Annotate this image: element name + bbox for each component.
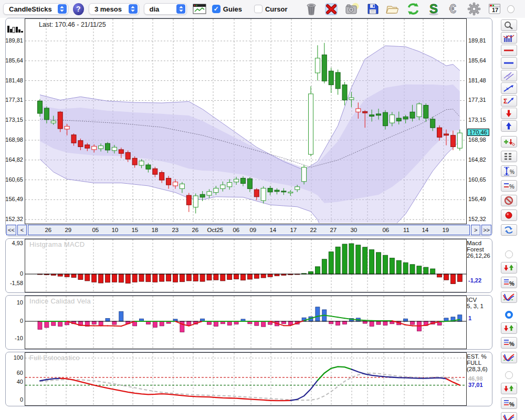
measure-percent-button[interactable]: % <box>501 165 517 177</box>
red-down-arrow-icon <box>502 109 515 118</box>
chart-column: 189,81185,64181,48177,31173,15168,98164,… <box>5 18 492 406</box>
channel-tool-button[interactable] <box>501 70 517 81</box>
delete-button[interactable] <box>324 1 340 17</box>
record-button[interactable] <box>501 209 517 221</box>
macd-percent-button[interactable]: % <box>501 277 517 288</box>
no-entry-icon <box>502 196 515 205</box>
stoch-plot[interactable]: Full Estocastico <box>25 352 467 406</box>
settings-button[interactable] <box>466 1 482 17</box>
svg-text:%: % <box>509 341 514 347</box>
sell-arrow-button[interactable] <box>501 108 517 119</box>
settings-gear-icon <box>467 2 481 16</box>
icv-plot[interactable]: Indice Calidad Vela <box>25 296 467 349</box>
calendar-button[interactable]: 17 <box>487 1 502 17</box>
calendar-icon: 17 <box>488 3 501 15</box>
snapshot-button[interactable] <box>344 1 360 17</box>
add-marker-button[interactable] <box>501 136 517 148</box>
stoch-wave-button[interactable] <box>501 412 517 420</box>
stoch-radio[interactable] <box>505 371 513 379</box>
period-value: 3 mesos <box>94 5 122 13</box>
macd-radio[interactable] <box>505 250 513 258</box>
trendline-tool-button[interactable] <box>501 82 517 94</box>
macd-axis-right: MacdForest26,12,26 -1,22 <box>467 239 490 292</box>
price-tick-right: 168,98 <box>468 136 486 143</box>
candlestick-chart <box>25 19 466 224</box>
euro-button[interactable]: € <box>446 1 462 17</box>
macd-plot[interactable]: Histgrama MACD <box>25 239 467 292</box>
date-tick: 10 <box>111 227 118 233</box>
date-tick: 05 <box>92 227 99 233</box>
period-select[interactable]: 3 mesos <box>89 3 139 15</box>
refresh-icon <box>406 2 420 16</box>
icv-tick: 0 <box>20 318 23 324</box>
macd-arrows-button[interactable] <box>501 262 517 274</box>
lines-percent-icon: % <box>502 278 515 287</box>
mini-chart-window-button[interactable] <box>192 1 207 17</box>
channel-icon <box>502 71 515 80</box>
sync-button[interactable]: S <box>426 1 442 17</box>
buy-arrow-button[interactable] <box>501 120 517 132</box>
stoch-arrows-button[interactable] <box>501 383 517 394</box>
chart-type-value: CandleSticks <box>9 5 52 13</box>
search-icon <box>502 20 515 30</box>
icv-wave-button[interactable] <box>501 352 517 363</box>
price-tick-left: 160,65 <box>5 176 23 183</box>
toolbar-radio[interactable] <box>507 5 514 13</box>
scroll-last-button[interactable]: >> <box>481 225 491 235</box>
lines-percent-button[interactable]: % <box>501 180 517 192</box>
zoom-tool-button[interactable] <box>501 19 517 31</box>
chevron-updown-icon <box>129 4 138 14</box>
dashed-lines-button[interactable] <box>501 151 517 162</box>
sigma-trend-tool-button[interactable]: Σ <box>501 95 517 107</box>
main-chart-group: 189,81185,64181,48177,31173,15168,98164,… <box>5 18 492 236</box>
svg-text:S: S <box>429 2 438 16</box>
blue-up-arrow-icon <box>502 121 515 131</box>
chart-type-select[interactable]: CandleSticks <box>3 3 68 15</box>
red-line-tool-button[interactable] <box>501 45 517 56</box>
date-tick: Oct25 <box>207 227 224 233</box>
guies-checkbox[interactable]: ✓ Guies <box>212 5 242 13</box>
delete-x-icon <box>325 2 339 16</box>
date-tick: 06 <box>233 227 239 233</box>
scroll-prev-button[interactable]: < <box>17 225 27 235</box>
down-up-arrows-icon <box>502 263 515 272</box>
chevron-updown-icon <box>176 4 185 14</box>
date-tick: 14 <box>422 227 428 233</box>
chart-style-button[interactable] <box>501 32 517 44</box>
macd-right-label: Forest <box>467 246 490 253</box>
plus-down-arrow-diamond-icon <box>502 137 515 146</box>
open-folder-button[interactable] <box>385 1 401 17</box>
disable-button[interactable] <box>501 195 517 206</box>
price-tick-left: 168,98 <box>5 136 23 143</box>
blue-line-tool-button[interactable] <box>501 57 517 69</box>
save-button[interactable] <box>365 1 381 17</box>
trash-button[interactable] <box>304 1 320 17</box>
price-tick-left: 189,81 <box>5 37 23 44</box>
price-tick-left: 185,64 <box>5 57 23 64</box>
icv-radio[interactable] <box>505 311 513 319</box>
interval-select[interactable]: dia <box>144 3 187 15</box>
date-tick: 30 <box>350 227 357 233</box>
stoch-percent-button[interactable]: % <box>501 397 517 409</box>
lines-percent-icon: % <box>502 338 515 348</box>
chevron-updown-icon <box>58 4 67 14</box>
swap-arrows-icon <box>502 225 515 235</box>
cursor-checkbox[interactable]: Cursor <box>254 5 288 13</box>
swap-refresh-button[interactable] <box>501 224 517 236</box>
refresh-button[interactable] <box>405 1 421 17</box>
stoch-right-label: (28,3,6) <box>467 366 490 372</box>
main-plot[interactable]: Last: 170.46 - 21/11/25 <box>25 18 467 224</box>
scroll-first-button[interactable]: << <box>6 225 16 235</box>
icv-axis-right: ICV5, 3, 1 1 <box>467 296 490 349</box>
save-floppy-icon <box>366 3 379 15</box>
main-price-axis-left: 189,81185,64181,48177,31173,15168,98164,… <box>6 18 25 224</box>
icv-arrows-button[interactable] <box>501 322 517 334</box>
macd-tick: -1,58 <box>10 280 23 286</box>
stoch-tick: 100 <box>14 354 23 361</box>
macd-wave-button[interactable] <box>501 291 517 303</box>
date-tick: 26 <box>45 227 51 233</box>
scroll-next-button[interactable]: > <box>471 225 480 235</box>
icv-percent-button[interactable]: % <box>501 337 517 349</box>
help-button[interactable]: ? <box>73 3 84 15</box>
stochastic-chart <box>25 353 466 405</box>
